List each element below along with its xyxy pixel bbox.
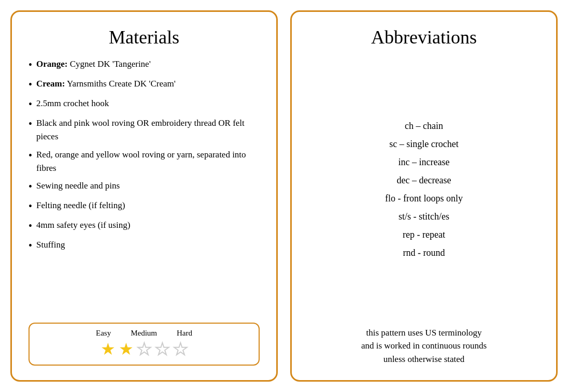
list-item: • Black and pink wool roving OR embroide… (29, 117, 260, 144)
abbr-item-dec: dec – decrease (397, 175, 451, 186)
abbr-item-flo: flo - front loops only (385, 193, 463, 204)
bullet-icon: • (29, 77, 32, 93)
materials-card: Materials • Orange: Cygnet DK 'Tangerine… (10, 10, 278, 382)
bullet-icon: • (29, 238, 32, 254)
materials-list: • Orange: Cygnet DK 'Tangerine' • Cream:… (29, 57, 260, 314)
star-4: ★ (155, 341, 170, 357)
list-item-text: Sewing needle and pins (36, 179, 260, 193)
list-item-text: Orange: Cygnet DK 'Tangerine' (36, 57, 260, 71)
abbr-item-ch: ch – chain (405, 121, 443, 132)
list-item: • 2.5mm crochet hook (29, 97, 260, 112)
bullet-icon: • (29, 198, 32, 214)
list-item-text: 2.5mm crochet hook (36, 97, 260, 110)
label-hard: Hard (177, 329, 192, 338)
difficulty-box: Easy Medium Hard ★ ★ ★ ★ ★ (29, 323, 260, 366)
list-item-text: Black and pink wool roving OR embroidery… (36, 117, 260, 144)
difficulty-labels: Easy Medium Hard (96, 329, 192, 338)
abbr-item-rnd: rnd - round (403, 248, 445, 258)
list-item-text: Cream: Yarnsmiths Create DK 'Cream' (36, 77, 260, 91)
label-text: Yarnsmiths Create DK 'Cream' (65, 79, 175, 89)
list-item: • Red, orange and yellow wool roving or … (29, 148, 260, 176)
label-medium: Medium (131, 329, 157, 338)
list-item: • Felting needle (if felting) (29, 199, 260, 214)
list-item-text: Felting needle (if felting) (36, 199, 260, 212)
bullet-icon: • (29, 96, 32, 112)
stars-row: ★ ★ ★ ★ ★ (101, 341, 188, 357)
star-2: ★ (119, 341, 134, 357)
list-item: • Orange: Cygnet DK 'Tangerine' (29, 57, 260, 73)
list-item: • Sewing needle and pins (29, 179, 260, 195)
list-item: • 4mm safety eyes (if using) (29, 219, 260, 234)
star-3: ★ (137, 341, 152, 357)
list-item: • Cream: Yarnsmiths Create DK 'Cream' (29, 77, 260, 93)
abbr-item-inc: inc – increase (399, 157, 450, 168)
abbreviations-card: Abbreviations ch – chain sc – single cro… (290, 10, 558, 382)
abbr-item-sts: st/s - stitch/es (399, 211, 449, 222)
abbr-item-sc: sc – single crochet (389, 139, 458, 150)
star-1: ★ (101, 341, 116, 357)
label-bold: Cream: (36, 79, 65, 89)
list-item-text: 4mm safety eyes (if using) (36, 219, 260, 232)
abbr-item-rep: rep - repeat (403, 229, 445, 240)
list-item: • Stuffing (29, 238, 260, 254)
label-easy: Easy (96, 329, 111, 338)
list-item-text: Red, orange and yellow wool roving or ya… (36, 148, 260, 176)
list-item-text: Stuffing (36, 238, 260, 252)
bullet-icon: • (29, 179, 32, 195)
abbreviations-note: this pattern uses US terminologyand is w… (308, 326, 539, 366)
bullet-icon: • (29, 218, 32, 234)
abbreviations-list: ch – chain sc – single crochet inc – inc… (308, 57, 539, 322)
abbreviations-title: Abbreviations (308, 26, 539, 48)
bullet-icon: • (29, 116, 32, 132)
star-5: ★ (173, 341, 188, 357)
bullet-icon: • (29, 148, 32, 164)
label-text: Cygnet DK 'Tangerine' (67, 59, 150, 69)
materials-title: Materials (29, 26, 260, 48)
label-bold: Orange: (36, 59, 67, 69)
bullet-icon: • (29, 57, 32, 73)
page-layout: Materials • Orange: Cygnet DK 'Tangerine… (10, 10, 558, 382)
